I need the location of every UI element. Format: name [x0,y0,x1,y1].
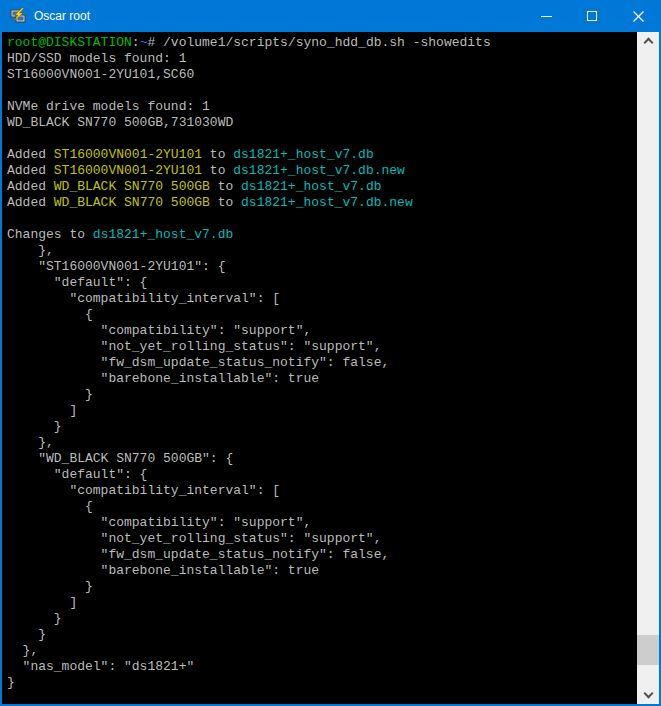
terminal-line: } [7,387,637,403]
terminal-line [7,131,637,147]
terminal-line [7,211,637,227]
scrollbar-down-button[interactable] [637,687,659,704]
putty-app-icon [10,8,26,24]
terminal-line: }, [7,643,637,659]
title-bar[interactable]: Oscar root [0,0,661,32]
terminal-line: HDD/SSD models found: 1 [7,51,637,67]
terminal-line: { [7,307,637,323]
terminal-line: { [7,499,637,515]
terminal-line: } [7,611,637,627]
minimize-button[interactable] [523,0,569,32]
terminal-screen[interactable]: root@DISKSTATION:~# /volume1/scripts/syn… [2,32,637,704]
terminal-line: ] [7,403,637,419]
terminal-line: } [7,579,637,595]
chevron-up-icon [643,38,653,48]
terminal-line: "nas_model": "ds1821+" [7,659,637,675]
terminal-line: ] [7,595,637,611]
terminal-line: ST16000VN001-2YU101,SC60 [7,67,637,83]
terminal-line: "default": { [7,275,637,291]
terminal-line: Added ST16000VN001-2YU101 to ds1821+_hos… [7,163,637,179]
terminal-line: "fw_dsm_update_status_notify": false, [7,547,637,563]
terminal-line: Added ST16000VN001-2YU101 to ds1821+_hos… [7,147,637,163]
maximize-icon [587,11,597,21]
scrollbar-up-button[interactable] [637,32,659,49]
terminal-line: Added WD_BLACK SN770 500GB to ds1821+_ho… [7,179,637,195]
scrollbar[interactable] [637,32,659,704]
terminal-line [7,83,637,99]
terminal-line: "compatibility": "support", [7,323,637,339]
terminal-line: }, [7,435,637,451]
terminal-line: "fw_dsm_update_status_notify": false, [7,355,637,371]
terminal-line: Added WD_BLACK SN770 500GB to ds1821+_ho… [7,195,637,211]
chevron-down-icon [643,689,653,699]
terminal-line: "barebone_installable": true [7,371,637,387]
terminal-lines: root@DISKSTATION:~# /volume1/scripts/syn… [7,35,637,691]
maximize-button[interactable] [569,0,615,32]
terminal-line: } [7,675,637,691]
terminal-line: }, [7,243,637,259]
terminal-line: "default": { [7,467,637,483]
terminal-line: "compatibility": "support", [7,515,637,531]
terminal-line: NVMe drive models found: 1 [7,99,637,115]
terminal-line: "ST16000VN001-2YU101": { [7,259,637,275]
terminal-line: } [7,419,637,435]
terminal-line: root@DISKSTATION:~# /volume1/scripts/syn… [7,35,637,51]
terminal-line: } [7,627,637,643]
terminal-line: "not_yet_rolling_status": "support", [7,339,637,355]
terminal-line: Changes to ds1821+_host_v7.db [7,227,637,243]
terminal-line: "compatibility_interval": [ [7,483,637,499]
terminal-line: "not_yet_rolling_status": "support", [7,531,637,547]
window-title: Oscar root [34,9,523,23]
terminal-line: "barebone_installable": true [7,563,637,579]
scrollbar-thumb[interactable] [637,635,659,665]
terminal-line: WD_BLACK SN770 500GB,731030WD [7,115,637,131]
close-button[interactable] [615,0,661,32]
terminal-line: "compatibility_interval": [ [7,291,637,307]
close-icon [633,11,644,22]
window-body: root@DISKSTATION:~# /volume1/scripts/syn… [0,32,661,706]
putty-window: Oscar root root@DISKSTATION:~# /volume1/… [0,0,661,706]
minimize-icon [541,16,552,17]
window-controls [523,0,661,32]
terminal-line: "WD_BLACK SN770 500GB": { [7,451,637,467]
